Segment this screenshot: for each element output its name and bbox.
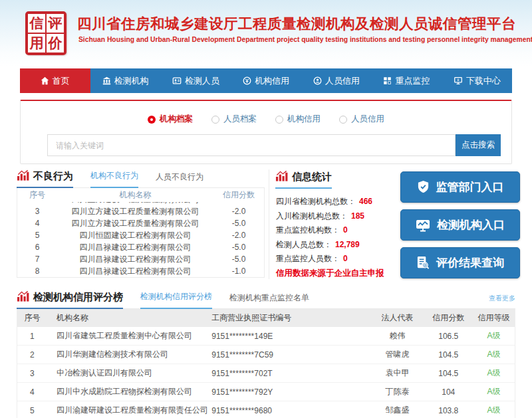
view-more-link[interactable]: 查看更多 <box>489 294 515 308</box>
bad-behavior-table: 序号 机构名称 信用分数 2 四川立方建设工程质量检测有限公司 -2.0 3 <box>17 188 265 278</box>
nav-item[interactable]: 人员信用 <box>301 68 372 93</box>
portal-button-label: 监管部门入口 <box>436 179 504 195</box>
radio-dot-icon <box>275 116 283 124</box>
row-credit-grade: A级 <box>473 386 515 397</box>
search-row: 点击搜索 <box>47 134 501 156</box>
stat-label: 检测人员总数： <box>276 240 332 249</box>
doc-search-icon <box>416 256 430 270</box>
ranking-head: 检测机构信用评分榜 检测机构信用评分榜 检测机构重点监控名单 查看更多 <box>17 290 515 309</box>
row-seq: 1 <box>17 332 47 341</box>
table-row[interactable]: 1 四川省建筑工程质量检测中心有限公司 9151********149E 赖伟 … <box>17 327 515 346</box>
row-seq: 3 <box>17 369 47 378</box>
stat-label: 入川检测机构总数： <box>276 211 348 221</box>
table-row[interactable]: 4 四川立方建设工程质量检测有限公司 -5.0 <box>17 217 264 229</box>
stat-label: 四川省检测机构总数： <box>276 197 356 206</box>
column-header: 序号 <box>17 189 57 201</box>
stat-item: 检测人员总数：12,789 <box>276 238 398 253</box>
row-seq: 5 <box>17 231 57 240</box>
row-seq: 7 <box>17 255 57 264</box>
column-header: 信用等级 <box>473 312 515 324</box>
page: 信 评 用 价 四川省住房和城乡建设厅工程质量检测机构及检测人员诚信管理平台 S… <box>0 0 532 418</box>
row-credit-grade: A级 <box>473 367 515 379</box>
bad-behavior-tab[interactable]: 机构不良行为 <box>90 170 138 188</box>
nav-item[interactable]: 检测机构 <box>90 68 161 93</box>
nav-item[interactable]: 首页 <box>20 68 90 93</box>
nav-item[interactable]: 检测人员 <box>160 68 231 93</box>
table-row[interactable]: 6 四川昌禄建设工程检测有限公司 -5.0 <box>17 241 264 253</box>
stats-note: 信用数据来源于企业自主申报 <box>276 268 398 279</box>
credit-stamp-logo: 信 评 用 价 <box>25 11 66 55</box>
search-type-radios: 机构档案 人员档案 机构信用 人员信用 <box>21 114 511 125</box>
search-type-radio[interactable]: 机构档案 <box>148 114 193 125</box>
row-credit-grade: A级 <box>473 330 515 342</box>
bad-behavior-list: 2 四川立方建设工程质量检测有限公司 -2.0 3 四川立方建设工程质量检测有限… <box>17 202 264 277</box>
row-seq: 4 <box>17 219 57 228</box>
page-title: 四川省住房和城乡建设厅工程质量检测机构及检测人员诚信管理平台 <box>77 14 516 33</box>
row-credit-score: -1.0 <box>213 266 264 276</box>
bad-behavior-head: 不良行为 机构不良行为 人员不良行为 <box>17 169 265 188</box>
row-org-name: 四川渝建研建设工程质量检测有限责任公司 <box>47 405 211 416</box>
radio-label: 机构档案 <box>160 114 193 125</box>
column-header: 信用分数 <box>424 312 473 324</box>
search-input[interactable] <box>47 134 456 156</box>
info-stats-title: 信息统计 <box>275 170 332 189</box>
radio-label: 机构信用 <box>287 114 321 125</box>
table-row[interactable]: 4 四川中水成勘院工程物探检测有限公司 9151********792Y 丁陈泰… <box>17 383 515 401</box>
search-type-radio[interactable]: 人员信用 <box>339 114 384 125</box>
nav-item[interactable]: 下载中心 <box>442 68 512 93</box>
stamp-char: 信 <box>27 13 46 33</box>
nav-item-label: 重点监控 <box>395 75 430 87</box>
chart-bars-icon <box>275 170 288 183</box>
row-org-name: 四川中水成勘院工程物探检测有限公司 <box>47 386 211 397</box>
table-row[interactable]: 3 中冶检测认证四川有限公司 9151********702T 袁中甲 104.… <box>17 364 515 383</box>
table-row[interactable]: 2 四川华测建信检测技术有限公司 9151********7C59 管啸虎 10… <box>17 346 515 364</box>
person-credit-icon <box>313 76 322 85</box>
ranking-title: 检测机构信用评分榜 <box>17 290 123 309</box>
stamp-char: 评 <box>46 13 65 33</box>
nav-item[interactable]: 重点监控 <box>372 68 442 93</box>
row-license-number: 9151********792Y <box>211 387 370 397</box>
row-credit-grade: A级 <box>473 405 515 416</box>
bad-behavior-scroll-viewport[interactable]: 2 四川立方建设工程质量检测有限公司 -2.0 3 四川立方建设工程质量检测有限… <box>17 202 264 277</box>
ranking-tab[interactable]: 检测机构重点监控名单 <box>229 292 309 309</box>
bad-behavior-panel: 不良行为 机构不良行为 人员不良行为 序号 机构名称 信用分数 2 四川立方建设 <box>17 169 265 278</box>
table-row[interactable]: 5 四川恒固建设工程检测有限公司 -2.0 <box>17 229 264 241</box>
column-header: 工商营业执照证书编号 <box>211 312 370 324</box>
row-org-name: 四川昌禄建设工程检测有限公司 <box>57 254 213 265</box>
portal-button-label: 检测机构入口 <box>437 217 505 233</box>
bad-behavior-tab[interactable]: 人员不良行为 <box>156 171 203 188</box>
row-legal-person: 袁中甲 <box>371 367 424 379</box>
ranking-table-header: 序号 机构名称 工商营业执照证书编号 法人代表 信用分数 信用等级 <box>17 309 515 327</box>
monitor-grid-icon <box>383 76 392 85</box>
row-credit-score: 104 <box>424 387 473 397</box>
row-license-number: 9151********7C59 <box>211 350 370 360</box>
portal-button[interactable]: 评价结果查询 <box>400 247 520 278</box>
radio-label: 人员信用 <box>351 114 384 125</box>
chart-bars-icon <box>17 169 29 183</box>
search-type-radio[interactable]: 人员档案 <box>211 114 257 125</box>
stat-label: 重点监控机构数： <box>276 225 340 235</box>
row-license-number: 9151********702T <box>211 369 370 378</box>
chart-bars-icon <box>17 290 29 304</box>
search-type-radio[interactable]: 机构信用 <box>275 114 321 125</box>
bad-behavior-title: 不良行为 <box>17 169 73 188</box>
ranking-section: 检测机构信用评分榜 检测机构信用评分榜 检测机构重点监控名单 查看更多 序号 机… <box>17 290 515 418</box>
row-credit-score: -2.0 <box>213 207 264 216</box>
portal-button[interactable]: 监管部门入口 <box>400 171 520 203</box>
nav-item-label: 检测机构 <box>114 75 149 87</box>
stamp-char: 价 <box>46 33 65 53</box>
table-row[interactable]: 8 四川昌禄建设工程检测有限公司 -1.0 <box>17 265 264 277</box>
column-header: 机构名称 <box>47 312 211 324</box>
portal-button[interactable]: 检测机构入口 <box>400 209 520 241</box>
search-button[interactable]: 点击搜索 <box>456 134 501 156</box>
row-license-number: 9151********9680 <box>211 406 370 415</box>
row-org-name: 中冶检测认证四川有限公司 <box>47 367 211 379</box>
row-credit-score: 103.8 <box>424 406 473 415</box>
ranking-tab[interactable]: 检测机构信用评分榜 <box>140 291 212 309</box>
table-row[interactable]: 5 四川渝建研建设工程质量检测有限责任公司 9151********9680 邹… <box>17 401 515 418</box>
table-row[interactable]: 3 四川立方建设工程质量检测有限公司 -2.0 <box>17 205 264 217</box>
table-row[interactable]: 7 四川昌禄建设工程检测有限公司 -5.0 <box>17 253 264 265</box>
row-seq: 8 <box>17 266 57 276</box>
nav-item[interactable]: 机构信用 <box>231 68 301 93</box>
row-legal-person: 管啸虎 <box>371 349 424 360</box>
